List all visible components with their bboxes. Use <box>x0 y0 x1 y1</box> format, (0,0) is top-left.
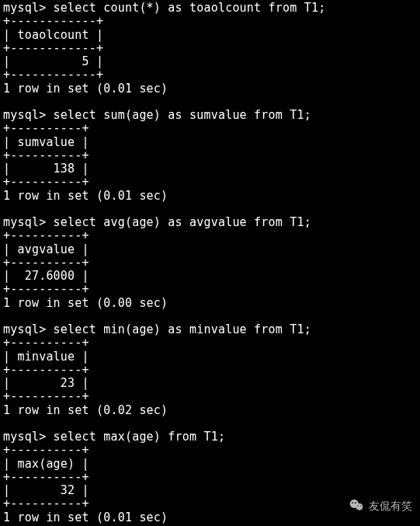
mysql-terminal[interactable]: mysql> select count(*) as toaolcount fro… <box>0 0 420 526</box>
